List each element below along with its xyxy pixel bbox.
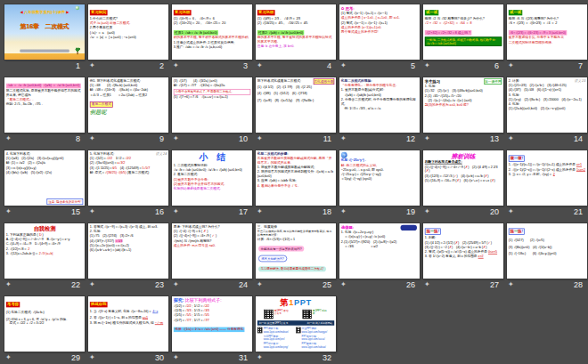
slide-thumbnail[interactable]: 自我检测1. 下列运算正确的是 ( D )A.√((−4)×(−9))＝√−4×… bbox=[4, 223, 85, 279]
slide-thumbnail[interactable]: 化简二次根式的步骤:先将被开方数进行质因数分解或因式分解, 再把「开得尽方」的因… bbox=[256, 150, 336, 206]
slide-thumbnail[interactable]: 考考你(1) 化简二次根式: √(4a²b³)(2) 已知 x＝3, y＝6, … bbox=[4, 296, 85, 352]
transition-icon[interactable]: ✦ bbox=[424, 208, 430, 215]
slide-text-line: (1) √48 (2) √(8a³b) (a≥0,b≥0) bbox=[90, 84, 167, 88]
slide-thumbnail[interactable]: 1. 若等式 √(x²−9)＝√(x+3)·√(x−3) 成立, 则 x≥3.2… bbox=[88, 223, 168, 279]
slide-thumbnail[interactable]: 4. 化简下列各式:(1)√(a⁄4) (2)√(2⁄a) (3)√(x³⁄(x… bbox=[4, 150, 85, 206]
slide-thumbnail[interactable]: 讲义 245. 化简下列各式:(1) √(1⁄2)＝√2⁄2 1⁄√2＝√2⁄2… bbox=[88, 150, 168, 206]
slide-text-line: (4)√(b⁄a)·√(a⁄b) (5)√(x⁄2)·√(2x) bbox=[6, 171, 83, 175]
slide-thumbnail[interactable]: ?化简 √(−25x³y³) .解: 由二次根式的定义知,−25x³y³≥0, … bbox=[339, 150, 420, 206]
transition-icon[interactable]: ✦ bbox=[508, 135, 514, 142]
transition-icon[interactable]: ✦ bbox=[5, 354, 12, 361]
transition-icon[interactable]: ✦ bbox=[89, 135, 95, 142]
slide-thumbnail[interactable]: ◀ 八年级数学系列(十)课件 ▶第16章 二次根式 bbox=[4, 4, 85, 60]
slide-sorter-workspace: ◀ 八年级数学系列(十)课件 ▶第16章 二次根式 1复习提问1.什么叫二次根式… bbox=[0, 0, 588, 364]
transition-icon[interactable]: ✦ bbox=[257, 281, 263, 288]
transition-icon[interactable]: ✦ bbox=[257, 208, 263, 215]
title-footer-bar bbox=[20, 50, 69, 53]
transition-icon[interactable]: ✦ bbox=[257, 135, 263, 142]
slide-thumbnail[interactable]: ✿ 思考:(1) 等式 √(x−1)·√(x+1)＝√(x²−1)成立的条件是 … bbox=[339, 4, 420, 60]
transition-icon[interactable]: ✦ bbox=[173, 354, 179, 361]
slide-thumbnail[interactable]: 小 结1. 二次根式的乘除法则:√a·√b＝√ab (a≥0,b≥0); √a⁄… bbox=[172, 150, 252, 206]
resource-links[interactable]: 行业PPT模板: www.1ppt.com/hangye/PPT素材下载: ww… bbox=[302, 328, 335, 350]
slide-content: 挑战自我1. 当 √(3−x) 有意义时, 化简 √(x²−8x+16)＝ 4−… bbox=[88, 296, 168, 352]
slide-cell: 4. 化简下列各式:(1)√(a⁄4) (2)√(2⁄a) (3)√(x³⁄(x… bbox=[4, 150, 85, 220]
slide-thumbnail[interactable]: 试一试能把 √6 与 √(2⁄3) 相乘吗? 为什么?√6 × √(2⁄3) ＝… bbox=[507, 4, 587, 60]
transition-icon[interactable]: ✦ bbox=[173, 281, 179, 288]
qr-code bbox=[302, 310, 311, 319]
transition-icon[interactable]: ✦ bbox=[173, 135, 179, 142]
transition-icon[interactable]: ✦ bbox=[173, 208, 179, 215]
transition-icon[interactable]: ✦ bbox=[424, 135, 430, 142]
slide-thumbnail[interactable]: 例1. 把下列各式化成最简二次根式:(1) √48 (2) √(8a³b) (a… bbox=[88, 77, 168, 133]
transition-icon[interactable]: ✦ bbox=[5, 208, 12, 215]
slide-thumbnail[interactable]: 化简二次根式的规律:「分母有理化」: 把分母中的根号化去.1. 被开方数是分数(… bbox=[339, 77, 420, 133]
transition-icon[interactable]: ✦ bbox=[508, 208, 514, 215]
slide-thumbnail[interactable]: 把下列各式化成最简二次根式:先化成假分数(1) √(4 1⁄2) (2) √(1… bbox=[256, 77, 336, 133]
slide-text-line: √(1⁄5)＝√5⁄5 ; 1⁄√5＝√5⁄5 bbox=[174, 313, 250, 318]
slide-thumbnail[interactable]: (3) √(1⁄7) (4) √(3⁄2a) (a>0)解: √(1⁄7)＝√7… bbox=[172, 77, 252, 133]
slide-thumbnail[interactable]: 思考: 下列各式成立吗? 为什么?(1) √(−4)·√(−9)＝6 ( ✗ )… bbox=[172, 223, 252, 279]
slide-number: 23 bbox=[155, 280, 164, 289]
transition-icon[interactable]: ✦ bbox=[257, 354, 263, 361]
transition-icon[interactable]: ✦ bbox=[340, 62, 347, 69]
transition-icon[interactable]: ✦ bbox=[508, 281, 514, 288]
slide-cell: 讲义 245. 化简下列各式:(1) √(1⁄2)＝√2⁄2 1⁄√2＝√2⁄2… bbox=[88, 150, 168, 220]
slide-thumbnail[interactable]: 复习巩固(1) √(4×9)＝ 6 , √4×√9＝ 6(2) √(16×25)… bbox=[172, 4, 252, 60]
slide-cell: 挑战自我1. 当 √(3−x) 有意义时, 化简 √(x²−8x+16)＝ 4−… bbox=[88, 296, 168, 364]
slide-caption: 1 bbox=[4, 60, 85, 72]
slide-text-line: √2 × √32 ＝ √(2×32) ＝ √64 ＝ 8 bbox=[425, 21, 502, 26]
slide-badge: 试一试 bbox=[425, 10, 438, 15]
slide-thumbnail[interactable]: 挑战自我1. 当 √(3−x) 有意义时, 化简 √(x²−8x+16)＝ 4−… bbox=[88, 296, 168, 352]
slide-thumbnail[interactable]: 复习巩固(1) √(4⁄9)＝ 2⁄3 , √4⁄√9＝ 2⁄3(2) √(16… bbox=[256, 4, 336, 60]
slide-cell: 试一试能把 √6 与 √(2⁄3) 相乘吗? 为什么?√6 × √(2⁄3) ＝… bbox=[507, 4, 587, 74]
slide-thumbnail[interactable]: 第1PPT第1PPT 微信公众号第1PPT 手机版扫一扫 关注第1PPT公众号扫… bbox=[256, 296, 336, 352]
transition-icon[interactable]: ✦ bbox=[424, 281, 430, 288]
slide-thumbnail[interactable]: √ab ＝ √a·√b (a≥0,b≥0)√(a⁄b) ＝ √a⁄√b (a≥0… bbox=[4, 77, 85, 133]
slide-thumbnail[interactable]: 做一做!1. √((x−1)⁄(x+1))＝√(x−1)⁄√(x+1) 成立的条… bbox=[507, 150, 587, 206]
transition-icon[interactable]: ✦ bbox=[340, 135, 347, 142]
slide-content: 练一练!(1) √(5⁄27) (2) √(x²⁄5)(3) √(8⁄a)(a<… bbox=[507, 223, 587, 279]
slide-thumbnail[interactable]: 复习提问1.什么叫二次根式?式子√a (a≥0) 叫做二次根式.2.两个基本性质… bbox=[88, 4, 168, 60]
slide-content: 试一试能把 √2 与 √32 相乘吗? 得多少? 为什么?√2 × √32 ＝ … bbox=[423, 4, 503, 60]
transition-icon[interactable]: ✦ bbox=[173, 62, 179, 69]
transition-icon[interactable]: ✦ bbox=[89, 281, 95, 288]
transition-icon[interactable]: ✦ bbox=[340, 208, 347, 215]
slide-number: 29 bbox=[71, 353, 80, 362]
slide-text-line: (1)√(a⁄4) (2)√(2⁄a) (3)√(x³⁄(x+y))(y>0) bbox=[6, 157, 83, 161]
slide-content: 把下列各式化成最简二次根式:先化成假分数(1) √(4 1⁄2) (2) √(1… bbox=[256, 77, 336, 133]
transition-icon[interactable]: ✦ bbox=[257, 62, 263, 69]
slide-caption: ✦27 bbox=[423, 279, 503, 291]
resource-links[interactable]: PPT模板下载: www.1ppt.com/moban/节日PPT模板: www… bbox=[264, 328, 296, 350]
slide-thumbnail[interactable]: 学生练习第一课件网1. 化简:(1)√32 (2)√(a⁵) (3)√(48a²… bbox=[423, 77, 503, 133]
transition-icon[interactable]: ✦ bbox=[89, 208, 95, 215]
slide-cell: 复习巩固(1) √(4⁄9)＝ 2⁄3 , √4⁄√9＝ 2⁄3(2) √(16… bbox=[256, 4, 336, 74]
slide-text-line: −25x³y³≥0, ∴ x³y³≤0, 即 xy≤0. bbox=[341, 168, 418, 173]
slide-thumbnail[interactable]: 三、拓展延伸有些二次根式的化简, 既可以先利用性质将被开方数变形, 也可以先开方… bbox=[256, 223, 336, 279]
slide-thumbnail[interactable]: 试一试能把 √2 与 √32 相乘吗? 得多少? 为什么?√2 × √32 ＝ … bbox=[423, 4, 503, 60]
transition-icon[interactable]: ✦ bbox=[424, 62, 430, 69]
transition-icon[interactable]: ✦ bbox=[340, 281, 347, 288]
transition-icon[interactable]: ✦ bbox=[89, 62, 95, 69]
slide-content: 化简二次根式的步骤:先将被开方数进行质因数分解或因式分解, 再把「开得尽方」的因… bbox=[256, 150, 336, 206]
slide-content: 1. 若等式 √(x²−9)＝√(x+3)·√(x−3) 成立, 则 x≥3.2… bbox=[88, 223, 168, 279]
slide-caption: ✦31 bbox=[172, 352, 252, 364]
transition-icon[interactable]: ✦ bbox=[5, 135, 12, 142]
slide-thumbnail[interactable]: 练一练!1. 判断:(1)√(4 1⁄2)＝2√(1⁄2) (✗) (2)√(2… bbox=[423, 223, 503, 279]
transition-icon[interactable]: ✦ bbox=[508, 62, 514, 69]
slide-caption: ✦22 bbox=[4, 279, 85, 291]
slide-caption: ✦13 bbox=[423, 133, 503, 145]
slide-text-line: 解: √(1⁄7)＝√7⁄7 √(3⁄2a)＝√(6a)⁄2a bbox=[174, 84, 250, 88]
slide-caption: ✦6 bbox=[423, 60, 503, 72]
slide-text-line: (1)√(x²y) (2)√(8a²b³) (3)√20000 (4)√(x²−… bbox=[509, 98, 585, 102]
slide-thumbnail[interactable]: 练一练!(1) √(5⁄27) (2) √(x²⁄5)(3) √(8⁄a)(a<… bbox=[507, 223, 587, 279]
slide-thumbnail[interactable]: 探究: 比较下列两组式子:√(1⁄2)＝√2⁄2 ; 1⁄√2＝√2⁄2√(1⁄… bbox=[172, 296, 252, 352]
transition-icon[interactable]: ✦ bbox=[89, 354, 95, 361]
slide-text-line: √6 × √(2⁄3) ＝ √(6×2⁄3) ＝ √4 ＝ 2 bbox=[509, 21, 585, 26]
slide-text-line: (1) √(4⁄9)＝ 2⁄3 , √4⁄√9＝ 2⁄3 bbox=[257, 17, 334, 21]
slide-badge: 练一练! bbox=[425, 229, 441, 235]
transition-icon[interactable]: ✦ bbox=[5, 281, 12, 288]
slide-thumbnail[interactable]: 选做题: 1. 化简 √(x³+2x²y+xy²) ＝√(x(x+y)²)＝|x… bbox=[339, 223, 420, 279]
slide-thumbnail[interactable]: 讲义 232. 计算:(1)√(21×2⁄3) (2)√(a⁴b²) (3)√(… bbox=[507, 77, 587, 133]
slide-text-line: (1)被开方数中不含分母; bbox=[174, 178, 250, 182]
slide-thumbnail[interactable]: 辨析训练判断下列各等式是否成立:(1)√((−4)×(−9))＝√−4×√−9 … bbox=[423, 150, 503, 206]
